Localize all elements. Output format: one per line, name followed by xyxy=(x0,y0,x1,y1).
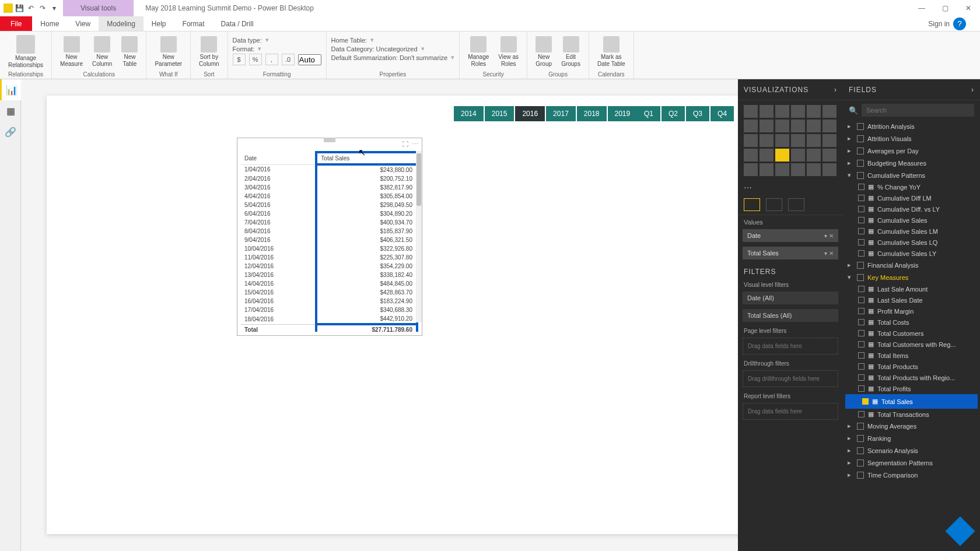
new-parameter-button[interactable]: New Parameter xyxy=(151,34,186,70)
viz-type-icon[interactable] xyxy=(775,163,789,176)
field-item[interactable]: ▦Cumulative Diff. vs LY xyxy=(843,203,980,215)
quarter-slicer-Q4[interactable]: Q4 xyxy=(710,106,734,121)
viz-type-icon[interactable] xyxy=(791,163,805,176)
default-summarization-label[interactable]: Default Summarization: Don't summarize xyxy=(331,54,448,61)
tab-home[interactable]: Home xyxy=(32,16,67,31)
col-header-total-sales[interactable]: Total Sales xyxy=(316,152,417,164)
viz-type-icon[interactable] xyxy=(807,105,821,118)
table-row[interactable]: 9/04/2016$406,321.50 xyxy=(241,236,417,244)
tab-datadrill[interactable]: Data / Drill xyxy=(213,16,262,31)
viz-type-icon[interactable] xyxy=(744,149,758,162)
new-column-button[interactable]: New Column xyxy=(89,34,116,70)
field-item[interactable]: ▦Last Sales Date xyxy=(843,294,980,306)
year-slicer-2016[interactable]: 2016 xyxy=(515,106,545,121)
viz-type-icon[interactable] xyxy=(775,120,789,132)
view-as-roles-button[interactable]: View as Roles xyxy=(495,34,522,70)
field-item[interactable]: ▦Total Customers with Reg... xyxy=(843,339,980,350)
resize-handle-icon[interactable] xyxy=(324,138,335,142)
field-table[interactable]: ▸Averages per Day xyxy=(843,145,980,157)
viz-type-icon[interactable] xyxy=(791,149,805,162)
year-slicer-2018[interactable]: 2018 xyxy=(577,106,607,121)
field-table[interactable]: ▾Key Measures xyxy=(843,271,980,283)
minimize-icon[interactable]: — xyxy=(910,0,933,16)
field-table[interactable]: ▸Budgeting Measures xyxy=(843,157,980,169)
field-table[interactable]: ▸Time Comparison xyxy=(843,469,980,481)
table-row[interactable]: 16/04/2016$183,224.90 xyxy=(241,297,417,306)
field-item[interactable]: ▦Profit Margin xyxy=(843,306,980,317)
viz-type-icon[interactable] xyxy=(744,134,758,147)
field-item[interactable]: ▦Cumulative Sales xyxy=(843,215,980,226)
new-measure-button[interactable]: New Measure xyxy=(57,34,86,70)
viz-type-icon[interactable] xyxy=(760,134,774,147)
viz-type-icon[interactable] xyxy=(744,105,758,118)
more-visuals-icon[interactable]: ⋯ xyxy=(738,181,843,195)
currency-icon[interactable]: $ xyxy=(233,54,246,65)
edit-groups-button[interactable]: Edit Groups xyxy=(558,34,584,70)
fields-well-tab[interactable] xyxy=(744,198,760,211)
field-table[interactable]: ▸Financial Analysis xyxy=(843,259,980,271)
report-view-icon[interactable]: 📊 xyxy=(0,79,21,100)
table-row[interactable]: 2/04/2016$200,752.10 xyxy=(241,174,417,183)
drill-filter-drop[interactable]: Drag drillthrough fields here xyxy=(743,370,838,387)
year-slicer-2014[interactable]: 2014 xyxy=(454,106,484,121)
percent-icon[interactable]: % xyxy=(249,54,262,65)
year-slicer-2019[interactable]: 2019 xyxy=(608,106,638,121)
sign-in-link[interactable]: Sign in xyxy=(928,20,950,28)
decimals-input[interactable] xyxy=(298,54,321,65)
data-view-icon[interactable]: ▦ xyxy=(0,100,21,121)
report-filter-drop[interactable]: Drag data fields here xyxy=(743,403,838,420)
tab-format[interactable]: Format xyxy=(174,16,213,31)
format-tab[interactable] xyxy=(766,198,782,211)
field-item[interactable]: ▦Cumulative Diff LM xyxy=(843,192,980,203)
field-table[interactable]: ▸Attrition Visuals xyxy=(843,132,980,145)
sort-by-column-button[interactable]: Sort by Column xyxy=(195,34,222,70)
quarter-slicer-Q3[interactable]: Q3 xyxy=(686,106,709,121)
tab-file[interactable]: File xyxy=(0,16,32,31)
viz-type-icon[interactable] xyxy=(791,105,805,118)
viz-type-icon[interactable] xyxy=(760,163,774,176)
table-row[interactable]: 7/04/2016$400,934.70 xyxy=(241,218,417,227)
table-row[interactable]: 1/04/2016$243,880.00 xyxy=(241,164,417,174)
field-item[interactable]: ▦% Change YoY xyxy=(843,181,980,192)
table-row[interactable]: 17/04/2016$340,688.30 xyxy=(241,306,417,314)
save-icon[interactable]: 💾 xyxy=(14,3,24,13)
viz-type-icon[interactable] xyxy=(807,163,821,176)
viz-type-icon[interactable] xyxy=(822,134,836,147)
close-icon[interactable]: ✕ xyxy=(957,0,980,16)
viz-type-icon[interactable] xyxy=(760,105,774,118)
more-options-icon[interactable]: ⋯ xyxy=(412,141,418,148)
table-row[interactable]: 15/04/2016$428,863.70 xyxy=(241,288,417,297)
table-row[interactable]: 10/04/2016$322,926.80 xyxy=(241,244,417,253)
manage-roles-button[interactable]: Manage Roles xyxy=(464,34,492,70)
report-page[interactable]: 201420152016201720182019 Q1Q2Q3Q4 ⛶ ⋯ Da… xyxy=(47,96,738,534)
well-total-sales[interactable]: Total Sales▾ ✕ xyxy=(743,247,838,259)
table-row[interactable]: 14/04/2016$484,845.00 xyxy=(241,279,417,288)
collapse-icon[interactable]: › xyxy=(834,86,837,94)
viz-type-icon[interactable] xyxy=(807,134,821,147)
year-slicer-2015[interactable]: 2015 xyxy=(485,106,514,121)
viz-type-icon[interactable] xyxy=(822,163,836,176)
field-item[interactable]: ▦Total Items xyxy=(843,350,980,361)
field-table[interactable]: ▸Scenario Analysis xyxy=(843,444,980,457)
table-row[interactable]: 13/04/2016$338,182.40 xyxy=(241,271,417,279)
collapse-fields-icon[interactable]: › xyxy=(971,86,974,94)
manage-relationships-button[interactable]: Manage Relationships xyxy=(5,34,47,70)
col-header-date[interactable]: Date xyxy=(241,152,316,164)
new-group-button[interactable]: New Group xyxy=(532,34,555,70)
field-item[interactable]: ▦Cumulative Sales LY xyxy=(843,248,980,259)
viz-type-icon[interactable] xyxy=(822,120,836,132)
qat-dropdown-icon[interactable]: ▾ xyxy=(49,3,60,13)
field-table[interactable]: ▸Segmentation Patterns xyxy=(843,457,980,469)
field-item[interactable]: ▦Cumulative Sales LQ xyxy=(843,237,980,248)
quarter-slicer-Q2[interactable]: Q2 xyxy=(662,106,685,121)
filter-total-sales[interactable]: Total Sales (All) xyxy=(743,309,838,322)
table-row[interactable]: 12/04/2016$354,229.00 xyxy=(241,262,417,271)
table-row[interactable]: 5/04/2016$298,049.50 xyxy=(241,201,417,209)
viz-type-icon[interactable] xyxy=(775,105,789,118)
table-row[interactable]: 11/04/2016$225,307.80 xyxy=(241,253,417,262)
home-table-label[interactable]: Home Table: xyxy=(331,37,368,44)
table-row[interactable]: 3/04/2016$382,817.90 xyxy=(241,183,417,192)
analytics-tab[interactable] xyxy=(788,198,804,211)
focus-mode-icon[interactable]: ⛶ xyxy=(402,141,408,148)
field-item[interactable]: ▦Cumulative Sales LM xyxy=(843,226,980,237)
